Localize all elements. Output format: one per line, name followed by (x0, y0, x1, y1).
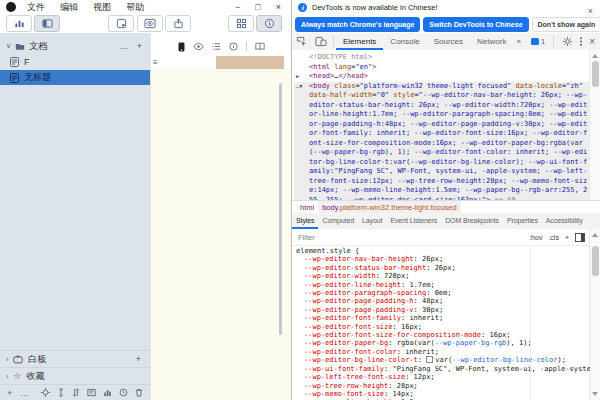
styles-scrollbar[interactable] (589, 229, 600, 400)
css-declaration-5[interactable]: --wp-editor-page-padding-h: 48px; (292, 297, 590, 305)
hover-state-button[interactable]: :hov (529, 234, 542, 241)
editor-scrollbar-thumb[interactable] (279, 83, 282, 335)
tab-event-listeners[interactable]: Event Listeners (386, 213, 441, 229)
close-button[interactable]: × (276, 2, 281, 12)
menu-item-3[interactable]: 帮助 (126, 1, 144, 14)
outline-icon[interactable] (212, 42, 221, 51)
locate-icon[interactable] (41, 388, 50, 397)
book-icon[interactable] (255, 42, 265, 51)
computed-sidebar-toggle-icon[interactable] (575, 233, 585, 242)
tab-sources[interactable]: Sources (427, 34, 470, 50)
tab-elements[interactable]: Elements (336, 34, 383, 50)
add-button[interactable]: + (7, 388, 12, 398)
minimize-button[interactable]: − (235, 2, 240, 12)
infobar-button-0[interactable]: Always match Chrome's language (295, 17, 420, 32)
nav-burger-icon[interactable]: ≡ (153, 58, 158, 67)
apps-grid-icon[interactable] (228, 15, 254, 32)
tab-properties[interactable]: Properties (503, 213, 542, 229)
style-rule-selector[interactable]: element.style { (292, 247, 590, 255)
dom-tree-line-3[interactable]: …▼<body class="platform-win32 theme-ligh… (294, 82, 589, 201)
add-whiteboard-button[interactable]: + (136, 354, 141, 364)
board-icon[interactable] (87, 388, 96, 397)
infobar-button-1[interactable]: Switch DevTools to Chinese (423, 17, 528, 32)
add-doc-button[interactable]: + (137, 41, 142, 51)
css-declaration-4[interactable]: --wp-editor-paragraph-spacing: 0em; (292, 289, 590, 297)
chart-icon[interactable] (103, 388, 112, 397)
filter-input[interactable]: Filter (292, 233, 315, 242)
css-declaration-12[interactable]: --wp-editor-bg-line-color-t: var(--wp-ed… (292, 356, 590, 364)
more-tabs-button[interactable]: » (513, 37, 523, 46)
chevron-down-icon[interactable]: ∨ (6, 42, 11, 50)
move-icon[interactable] (72, 388, 80, 397)
device-toolbar-icon[interactable] (311, 36, 331, 47)
css-declaration-13[interactable]: --wp-ui-font-family: "PingFang SC", WP-F… (292, 365, 590, 373)
css-declaration-9[interactable]: --wp-editor-font-size-for-composition-mo… (292, 331, 590, 339)
more-button[interactable]: … (20, 388, 29, 398)
class-toggle-button[interactable]: .cls (548, 234, 559, 241)
dom-tree[interactable]: <!DOCTYPE html><html lang="en">▶<head>…<… (292, 50, 600, 200)
css-declaration-2[interactable]: --wp-editor-width: 720px; (292, 272, 590, 280)
css-declaration-0[interactable]: --wp-editor-nav-bar-height: 26px; (292, 255, 590, 263)
dom-tree-line-2[interactable]: ▶<head>…</head> (294, 72, 589, 82)
scroll-up-arrow[interactable] (592, 54, 598, 58)
dom-tree-line-0[interactable]: <!DOCTYPE html> (294, 53, 589, 63)
menu-item-2[interactable]: 视图 (93, 1, 111, 14)
doc-item-1[interactable]: 无标题 (0, 70, 150, 85)
close-icon[interactable]: × (588, 7, 593, 16)
infobar-button-2[interactable]: Don't show again (532, 17, 600, 32)
issues-badge[interactable]: 1 (531, 37, 545, 46)
tab-layout[interactable]: Layout (358, 213, 386, 229)
tab-network[interactable]: Network (470, 34, 513, 50)
scrollbar-thumb[interactable] (592, 246, 599, 276)
editor-page[interactable] (151, 69, 292, 400)
gear-icon[interactable] (562, 36, 573, 47)
expand-arrow-icon[interactable]: …▼ (294, 82, 309, 201)
app-logo[interactable] (6, 2, 16, 12)
stats-icon[interactable] (6, 15, 32, 32)
scroll-down-arrow[interactable] (592, 392, 598, 396)
css-declaration-11[interactable]: --wp-editor-font-color: inherit; (292, 348, 590, 356)
tab-styles[interactable]: Styles (292, 213, 318, 229)
maximize-button[interactable]: □ (255, 2, 260, 12)
new-rule-button[interactable]: + (565, 234, 569, 241)
kebab-icon[interactable] (579, 36, 583, 47)
css-var-link[interactable]: --wp-paper-bg-rgb (435, 339, 507, 347)
css-declaration-14[interactable]: --wp-left-tree-font-size: 12px; (292, 373, 590, 381)
color-swatch[interactable] (426, 356, 433, 363)
css-declaration-8[interactable]: --wp-editor-font-size: 16px; (292, 323, 590, 331)
expand-icon[interactable] (57, 388, 65, 397)
scroll-up-arrow[interactable] (592, 233, 598, 237)
dom-tree-line-1[interactable]: <html lang="en"> (294, 63, 589, 73)
tab-computed[interactable]: Computed (318, 213, 358, 229)
css-declaration-15[interactable]: --wp-tree-row-height: 28px; (292, 382, 590, 390)
chevron-right-icon[interactable]: › (6, 356, 8, 363)
menu-item-1[interactable]: 编辑 (60, 1, 78, 14)
mobile-icon[interactable] (178, 42, 185, 52)
share-icon[interactable] (165, 15, 191, 32)
doc-item-0[interactable]: F (0, 54, 150, 69)
whiteboard-section[interactable]: › 白板 + (0, 350, 150, 367)
docs-section-header[interactable]: ∨ 文档 … + (0, 39, 150, 53)
css-declaration-16[interactable]: --wp-memo-font-size: 14px; (292, 390, 590, 398)
eye-icon[interactable] (193, 42, 204, 51)
inspect-element-icon[interactable] (292, 36, 311, 47)
css-var-link[interactable]: --wp-editor-bg-line-color (452, 356, 557, 364)
elements-scrollbar[interactable] (589, 50, 600, 200)
css-declaration-6[interactable]: --wp-editor-page-padding-v: 30px; (292, 306, 590, 314)
tab-accessibility[interactable]: Accessibility (542, 213, 587, 229)
chevron-right-icon[interactable]: › (6, 373, 8, 380)
info-icon[interactable] (256, 15, 282, 32)
expand-arrow-icon[interactable]: ▶ (294, 72, 309, 82)
snapshot-icon[interactable] (108, 15, 134, 32)
close-icon[interactable]: × (589, 37, 595, 47)
css-declaration-3[interactable]: --wp-editor-line-height: 1.7em; (292, 281, 590, 289)
css-declaration-7[interactable]: --wp-editor-font-family: inherit; (292, 314, 590, 322)
info-icon[interactable] (229, 42, 238, 51)
css-declaration-10[interactable]: --wp-editor-paper-bg: rgba(var(--wp-pape… (292, 339, 590, 347)
tab-dom-breakpoints[interactable]: DOM Breakpoints (441, 213, 503, 229)
css-declaration-1[interactable]: --wp-editor-status-bar-height: 26px; (292, 264, 590, 272)
history-icon[interactable] (119, 388, 128, 397)
favorites-section[interactable]: › ☆ 收藏 (0, 367, 150, 384)
sidebar-toggle-icon[interactable] (34, 15, 60, 32)
more-button[interactable]: … (120, 41, 129, 51)
